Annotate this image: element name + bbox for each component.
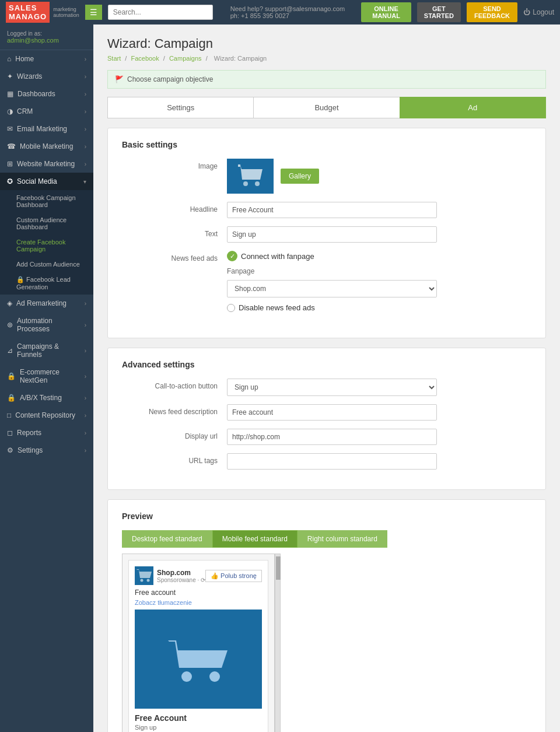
breadcrumb-facebook[interactable]: Facebook [131,55,159,62]
logo-text: SALESMANAGO [6,2,50,23]
preview-tabs: Desktop feed standard Mobile feed standa… [122,530,531,548]
sidebar-item-reports[interactable]: ◻Reports › [0,424,93,442]
sidebar-item-settings[interactable]: ⚙Settings › [0,442,93,459]
sidebar-item-home[interactable]: ⌂Home › [0,50,93,68]
news-desc-label: News feed description [122,404,227,416]
image-field: Gallery [227,159,437,194]
home-icon: ⌂ [7,55,11,63]
headline-row: Headline [122,202,531,218]
campaigns-icon: ⊿ [7,346,13,355]
news-desc-row: News feed description [122,404,531,421]
connect-fanpage-label: Connect with fanpage [241,252,314,261]
text-field [227,226,437,243]
sidebar-item-ad-remarketing[interactable]: ◈Ad Remarketing › [0,295,93,312]
gallery-button[interactable]: Gallery [281,169,319,184]
logo: SALESMANAGO marketing automation [6,2,79,23]
preview-facebook-card: Shop.com Sponsorowane · ⟳ 👍 Polub stronę… [128,560,268,732]
wizards-icon: ✦ [7,72,13,80]
reports-icon: ◻ [7,429,13,437]
sidebar-item-automation[interactable]: ⊛Automation Processes › [0,312,93,338]
cta-row: Call-to-action button Sign up [122,379,531,396]
preview-title: Preview [122,512,531,521]
see-translation-link[interactable]: Zobacz tłumaczenie [135,599,262,606]
sidebar-item-website-marketing[interactable]: ⊞Website Marketing › [0,155,93,173]
chevron-icon: › [85,395,86,401]
shop-info: Shop.com Sponsorowane · ⟳ [135,566,205,585]
svg-point-3 [141,579,144,582]
cart-svg [236,163,265,189]
sidebar-item-crm[interactable]: ◑CRM › [0,103,93,120]
image-preview [227,159,274,194]
sidebar-sub-add-audience[interactable]: Add Custom Audience [0,257,93,272]
menu-button[interactable]: ☰ [85,5,102,20]
ad-icon: ◈ [7,299,12,307]
sidebar-item-wizards[interactable]: ✦Wizards › [0,68,93,85]
preview-with-scroll: Shop.com Sponsorowane · ⟳ 👍 Polub stronę… [122,554,531,732]
display-url-label: Display url [122,429,227,440]
sidebar-item-social-media[interactable]: ✪Social Media ▾ [0,173,93,190]
tab-right-column[interactable]: Right column standard [298,530,387,548]
sidebar-item-content[interactable]: □Content Repository › [0,407,93,424]
sidebar-item-abt[interactable]: 🔒A/B/X Testing › [0,389,93,407]
chevron-icon: › [85,373,86,380]
online-manual-button[interactable]: ONLINE MANUAL [361,2,411,22]
shop-name-block: Shop.com Sponsorowane · ⟳ [157,569,205,583]
sidebar-item-ecommerce[interactable]: 🔒E-commerce NextGen › [0,363,93,389]
logout-button[interactable]: ⏻ Logout [523,8,554,16]
tab-settings[interactable]: Settings [107,97,253,118]
basic-settings-title: Basic settings [122,140,531,149]
search-input[interactable] [108,5,213,20]
chevron-icon: › [85,161,86,167]
url-tags-input[interactable] [227,453,437,470]
abt-icon: 🔒 [7,394,16,402]
preview-free-account: Free account [135,589,262,597]
text-input[interactable] [227,226,437,243]
social-sub-menu: Facebook Campaign Dashboard Custom Audie… [0,190,93,295]
get-started-button[interactable]: GET STARTED [417,2,461,22]
sidebar-item-campaigns-funnels[interactable]: ⊿Campaigns & Funnels › [0,338,93,363]
breadcrumb-start[interactable]: Start [107,55,121,62]
like-page-button[interactable]: 👍 Polub stronę [205,570,262,582]
display-url-input[interactable] [227,429,437,445]
cta-select[interactable]: Sign up [227,379,437,396]
chevron-icon: › [85,322,86,328]
disable-news-radio[interactable] [227,304,235,312]
svg-point-1 [255,181,260,186]
automation-icon: ⊛ [7,321,13,329]
sidebar-item-dashboards[interactable]: ▦Dashboards › [0,85,93,103]
chevron-icon: ▾ [83,178,86,185]
svg-point-4 [147,579,150,582]
sidebar-item-email-marketing[interactable]: ✉Email Marketing › [0,120,93,138]
scrollbar-thumb [276,556,281,580]
connect-fanpage-row: ✓ Connect with fanpage [227,251,437,261]
connect-fanpage-check[interactable]: ✓ [227,251,237,261]
preview-scrollbar[interactable] [275,554,281,732]
social-icon: ✪ [7,177,13,185]
preview-container: Shop.com Sponsorowane · ⟳ 👍 Polub stronę… [122,554,275,732]
sidebar-item-mobile-marketing[interactable]: ☎Mobile Marketing › [0,138,93,155]
preview-header: Shop.com Sponsorowane · ⟳ 👍 Polub stronę [135,566,262,585]
svg-point-6 [181,671,192,682]
headline-input[interactable] [227,202,437,218]
advanced-settings-title: Advanced settings [122,360,531,369]
tab-budget[interactable]: Budget [253,97,399,118]
tab-desktop-feed[interactable]: Desktop feed standard [122,530,212,548]
sidebar-sub-create-facebook[interactable]: Create Facebook Campaign [0,234,93,257]
cta-field: Sign up [227,379,437,396]
sidebar-sub-custom-audience-dashboard[interactable]: Custom Audience Dashboard [0,212,93,234]
top-nav: SALESMANAGO marketing automation ☰ Need … [0,0,560,24]
news-desc-input[interactable] [227,404,437,421]
send-feedback-button[interactable]: SEND FEEDBACK [467,2,518,22]
tab-ad[interactable]: Ad [400,97,546,118]
breadcrumb-campaigns[interactable]: Campaigns [169,55,202,62]
fanpage-select[interactable]: Shop.com [227,280,437,297]
lock-icon: 🔒 [7,372,16,380]
news-feed-row: News feed ads ✓ Connect with fanpage Fan… [122,251,531,318]
sidebar-sub-facebook-dashboard[interactable]: Facebook Campaign Dashboard [0,190,93,212]
preview-card: Preview Desktop feed standard Mobile fee… [107,499,546,732]
layout: Logged in as: admin@shop.com ⌂Home › ✦Wi… [0,24,560,732]
headline-field [227,202,437,218]
page-title: Wizard: Campaign [107,36,546,51]
sidebar-sub-lead-gen[interactable]: 🔒 Facebook Lead Generation [0,272,93,295]
tab-mobile-feed[interactable]: Mobile feed standard [212,530,298,548]
